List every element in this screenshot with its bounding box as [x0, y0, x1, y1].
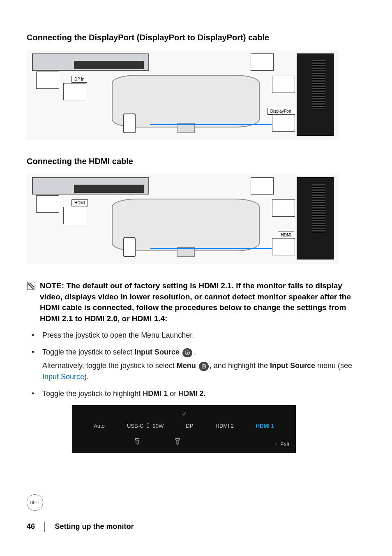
- label-dp-in: DP in: [71, 76, 87, 83]
- step-2b-menu: Menu: [177, 361, 196, 370]
- link-input-source[interactable]: Input Source: [42, 373, 84, 381]
- usb-power-icon: [145, 422, 151, 429]
- callout-cable-end-right: [251, 53, 274, 71]
- step-2-text-pre: Toggle the joystick to select: [42, 348, 134, 356]
- cable-line: [150, 248, 290, 249]
- pc-tower: [297, 177, 334, 259]
- step-2-input-source: Input Source: [134, 348, 180, 356]
- note-text: NOTE: The default out of factory setting…: [40, 280, 365, 324]
- svg-point-1: [185, 350, 190, 355]
- callout-pc-hdmi-plug: [272, 238, 295, 255]
- step-2b-input-source: Input Source: [270, 361, 315, 370]
- callout-dp-plug: [63, 83, 86, 100]
- diagram-displayport: DP in DisplayPort: [27, 50, 339, 140]
- callout-cable-end-right: [251, 177, 274, 195]
- step-2b-mid: , and highlight the: [210, 361, 270, 370]
- osd-items-row: Auto USB-C 90W DP HDMI 2 HDMI 1: [72, 420, 296, 432]
- diagram-hdmi: HDMI HDMI: [27, 174, 339, 264]
- osd-menu: Auto USB-C 90W DP HDMI 2 HDMI 1 Exit: [72, 405, 296, 453]
- footer-separator: │: [42, 522, 48, 531]
- monitor-ports: [74, 185, 144, 193]
- callout-pc-dp-plug: [272, 114, 295, 132]
- svg-rect-7: [176, 440, 179, 444]
- port-icon: [134, 437, 141, 447]
- osd-item-dp[interactable]: DP: [186, 423, 193, 429]
- step-3-pre: Toggle the joystick to highlight: [42, 389, 143, 398]
- note-block: NOTE: The default out of factory setting…: [27, 280, 365, 324]
- monitor-ports: [74, 61, 144, 69]
- check-icon: [180, 411, 188, 417]
- step-3-post: .: [203, 389, 205, 398]
- osd-port-icons-row: [72, 432, 296, 447]
- step-2b-end: ).: [84, 373, 89, 381]
- step-3-hdmi1: HDMI 1: [143, 389, 168, 398]
- label-hdmi-right: HDMI: [278, 232, 294, 239]
- step-2-post: .: [193, 348, 195, 356]
- port-icon: [174, 437, 181, 447]
- wall-outlet: [123, 114, 136, 133]
- step-3: Toggle the joystick to highlight HDMI 1 …: [42, 388, 365, 399]
- osd-exit[interactable]: Exit: [274, 441, 289, 447]
- osd-item-usbc[interactable]: USB-C 90W: [127, 422, 164, 429]
- osd-item-hdmi1[interactable]: HDMI 1: [256, 423, 274, 429]
- step-2b-pre: Alternatively, toggle the joystick to se…: [42, 361, 177, 370]
- wall-outlet: [123, 237, 136, 257]
- page-number: 46: [27, 522, 35, 531]
- menu-icon: [199, 362, 209, 371]
- pc-tower: [297, 53, 334, 136]
- step-3-mid: or: [168, 389, 178, 398]
- input-source-icon: [182, 348, 192, 357]
- heading-hdmi: Connecting the HDMI cable: [27, 157, 365, 166]
- label-displayport: DisplayPort: [267, 108, 294, 115]
- osd-item-hdmi2[interactable]: HDMI 2: [216, 423, 234, 429]
- step-2-alt: Alternatively, toggle the joystick to se…: [42, 360, 365, 382]
- footer-section-title: Setting up the monitor: [55, 522, 134, 531]
- monitor-back-panel: [32, 53, 149, 71]
- callout-cable-end-left: [36, 72, 59, 89]
- osd-item-auto[interactable]: Auto: [94, 423, 105, 429]
- svg-rect-4: [136, 440, 138, 444]
- pc-grill: [312, 60, 325, 109]
- callout-hdmi-plug: [63, 207, 86, 224]
- pc-grill: [312, 184, 325, 233]
- chevron-left-icon: [274, 441, 278, 447]
- step-2: Toggle the joystick to select Input Sour…: [42, 347, 365, 382]
- osd-usbc-watt: 90W: [152, 423, 164, 429]
- monitor-back-panel: [32, 177, 149, 195]
- note-icon: [27, 281, 36, 290]
- callout-pc-outlet: [272, 199, 295, 217]
- osd-usbc-label: USB-C: [127, 423, 143, 429]
- page-footer: 46 │ Setting up the monitor: [27, 522, 134, 531]
- step-2b-post: menu (see: [315, 361, 352, 370]
- steps-list: Press the joystick to open the Menu Laun…: [27, 330, 365, 399]
- cable-line: [150, 124, 290, 125]
- osd-checkmark-row: [72, 411, 296, 420]
- step-1: Press the joystick to open the Menu Laun…: [42, 330, 365, 341]
- step-3-hdmi2: HDMI 2: [178, 389, 203, 398]
- label-hdmi-left: HDMI: [71, 199, 88, 206]
- callout-cable-end-left: [36, 195, 59, 213]
- callout-pc-outlet: [272, 76, 295, 93]
- dell-logo: DELL: [27, 494, 43, 511]
- osd-exit-label: Exit: [280, 441, 289, 447]
- heading-displayport: Connecting the DisplayPort (DisplayPort …: [27, 33, 365, 42]
